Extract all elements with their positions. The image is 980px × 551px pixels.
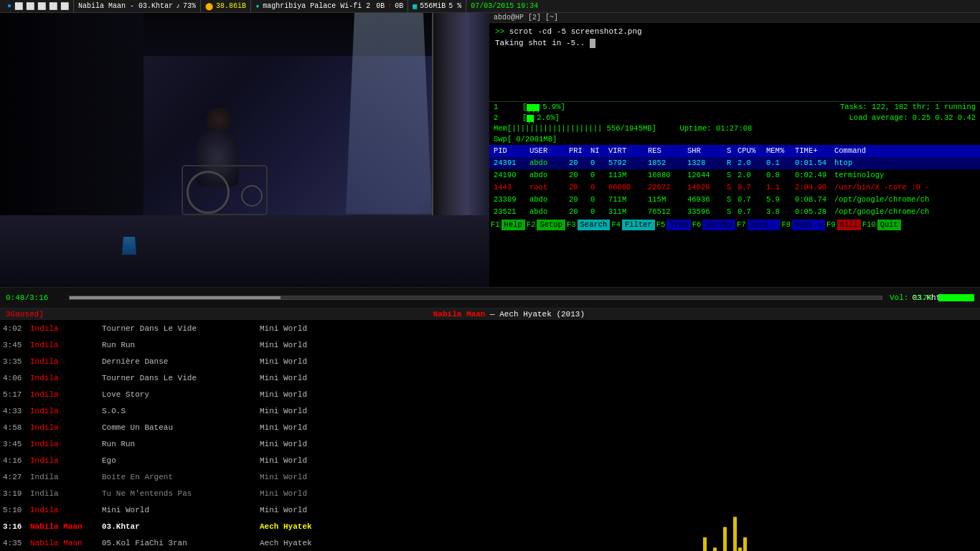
- fkey-f4[interactable]: F4Filter: [610, 220, 654, 230]
- volume-bar: [938, 294, 974, 301]
- htop-cpu1-row: 1 [ ||| 5.9%] Tasks: 122, 182 thr; 1 run…: [489, 102, 980, 113]
- col-cmd: Command: [834, 146, 976, 156]
- mem-usage: 556MiB: [420, 2, 446, 10]
- time: 19:34: [517, 2, 538, 10]
- now-playing: Nabila Maan — Aech Hyatek (2013): [44, 310, 974, 319]
- fkey-f10[interactable]: F10Quit: [861, 220, 901, 230]
- datetime-section: 07/03/2015 19:34: [466, 0, 542, 12]
- wm-icon: ●: [7, 2, 11, 10]
- term-prompt: >>: [495, 27, 509, 36]
- main-area: abdo@HP [2] [~] >> scrot -cd -5 screensh…: [0, 13, 980, 287]
- playlist-item[interactable]: 4:58 Indila Comme Un Bateau Mini World: [0, 419, 593, 435]
- col-user: USER: [529, 146, 569, 156]
- wm-app-icon: ⬜: [49, 2, 57, 11]
- htop-process-row[interactable]: 23309 abdo 20 0 711M 115M 46936 S 0.7 5.…: [489, 194, 980, 206]
- status-bar: 3Gaused] Nabila Maan — Aech Hyatek (2013…: [0, 309, 980, 320]
- htop-table-header: PID USER PRI NI VIRT RES SHR S CPU% MEM%…: [489, 145, 980, 157]
- playlist-item[interactable]: 3:19 Indila Tu Ne M'entends Pas Mini Wor…: [0, 485, 593, 501]
- np-album: Aech Hyatek (2013): [499, 310, 585, 319]
- htop-process-row[interactable]: 23521 abdo 20 0 311M 76512 33596 S 0.7 3…: [489, 206, 980, 218]
- bucket: [122, 237, 136, 255]
- np-sep: —: [490, 310, 499, 319]
- playlist-item[interactable]: 4:27 Indila Boite En Argent Mini World: [0, 468, 593, 485]
- playlist-item[interactable]: 3:35 Indila Dernière Danse Mini World: [0, 353, 593, 369]
- terminal-prompt-line: >> scrot -cd -5 screenshot2.png: [495, 26, 974, 37]
- playlist-item[interactable]: 4:35 Nabila Maan 05.Kol FiaChi 3ran Aech…: [0, 534, 593, 551]
- htop-footer: F1Help F2Setup F3Search F4Filter F5Tree …: [489, 218, 980, 232]
- video-scene: [0, 13, 489, 287]
- col-shr: SHR: [687, 146, 727, 156]
- fkey-f2[interactable]: F2Setup: [525, 220, 565, 230]
- date: 07/03/2015: [471, 2, 514, 10]
- htop-process-row[interactable]: 24391 abdo 20 0 5792 1852 1328 R 2.0 0.1…: [489, 157, 980, 169]
- volume-pct: 73%: [183, 2, 196, 10]
- np-artist: Nabila Maan: [433, 310, 486, 319]
- col-virt: VIRT: [608, 146, 648, 156]
- terminal-output[interactable]: >> scrot -cd -5 screenshot2.png Taking s…: [489, 23, 980, 102]
- fkey-f1[interactable]: F1Help: [489, 220, 525, 230]
- htop-panel: 1 [ ||| 5.9%] Tasks: 122, 182 thr; 1 run…: [489, 102, 980, 287]
- window-light: [346, 13, 432, 214]
- wm-folder-icon: ⬜: [37, 2, 46, 11]
- wifi-section: ▾ maghribiya Palace Wi-fi 2 0B ↑ 0B: [251, 0, 408, 12]
- net-down: 0B: [376, 2, 385, 10]
- htop-cpu1-label: 1: [494, 102, 522, 113]
- cpu-section: ⬤ 38.86iB: [201, 0, 251, 12]
- htop-cpu2-bar: ||: [527, 115, 534, 122]
- htop-swp-row: Swp[ 0/2001MB]: [489, 134, 980, 145]
- playlist-item[interactable]: 3:16 Nabila Maan 03.Khtar Aech Hyatek: [0, 518, 593, 534]
- htop-process-row[interactable]: 1443 root 20 0 66000 22672 14028 S 0.7 1…: [489, 182, 980, 194]
- playback-status: 3Gaused]: [6, 310, 44, 319]
- htop-mem-row: Mem[|||||||||||||||||||| 556/1945MB] Upt…: [489, 123, 980, 134]
- visualizer-canvas: [593, 320, 980, 551]
- cpu-usage: 38.86iB: [216, 2, 246, 10]
- htop-process-row[interactable]: 24190 abdo 20 0 113M 16880 12644 S 2.0 0…: [489, 169, 980, 182]
- progress-area: 0:48/3:16 03.Khtar Vol: 117%: [0, 287, 980, 309]
- fkey-f7[interactable]: F7Nice -: [735, 220, 780, 230]
- music-title: Nabila Maan - 03.Khtar: [78, 2, 173, 10]
- col-cpu: CPU%: [738, 146, 766, 156]
- volume-display: Vol: 117%: [890, 293, 974, 302]
- wifi-name: maghribiya Palace Wi-fi 2: [263, 2, 370, 10]
- playlist-item[interactable]: 5:17 Indila Love Story Mini World: [0, 386, 593, 402]
- htop-cpu1-bar: |||: [527, 104, 540, 111]
- playlist-item[interactable]: 4:16 Indila Ego Mini World: [0, 452, 593, 468]
- col-pid: PID: [494, 146, 529, 156]
- wm-code-icon: ⬜: [14, 2, 23, 11]
- progress-bar-fill: [70, 296, 281, 299]
- mem-section: ▦ 556MiB 5 %: [408, 0, 466, 12]
- wm-term-icon: ⬜: [26, 2, 34, 11]
- wheel-small: [241, 185, 263, 207]
- playlist-item[interactable]: 4:33 Indila S.O.S Mini World: [0, 402, 593, 419]
- playlist-item[interactable]: 4:02 Indila Tourner Dans Le Vide Mini Wo…: [0, 320, 593, 336]
- playlist-item[interactable]: 3:45 Indila Run Run Mini World: [0, 435, 593, 452]
- htop-cpu1-pct: 5.9%]: [542, 102, 565, 113]
- fkey-f6[interactable]: F6SortBy: [691, 220, 735, 230]
- wheel-big: [187, 171, 230, 214]
- terminal-title: abdo@HP [2] [~]: [494, 14, 558, 22]
- col-s: S: [727, 146, 738, 156]
- playlist-item[interactable]: 4:06 Indila Tourner Dans Le Vide Mini Wo…: [0, 369, 593, 386]
- term-cmd: scrot -cd -5 screenshot2.png: [509, 27, 642, 36]
- visualizer-panel: [593, 320, 980, 551]
- playlist: 4:02 Indila Tourner Dans Le Vide Mini Wo…: [0, 320, 593, 551]
- col-time: TIME+: [795, 146, 834, 156]
- htop-processes: 24391 abdo 20 0 5792 1852 1328 R 2.0 0.1…: [489, 157, 980, 218]
- fkey-f5[interactable]: F5Tree: [655, 220, 691, 230]
- progress-bar[interactable]: [69, 296, 882, 300]
- fkey-f3[interactable]: F3Search: [565, 220, 610, 230]
- fkey-f9[interactable]: F9Kill: [825, 220, 861, 230]
- mem-icon: ▦: [413, 2, 417, 11]
- playlist-container: 4:02 Indila Tourner Dans Le Vide Mini Wo…: [0, 320, 980, 551]
- col-pri: PRI: [569, 146, 590, 156]
- topbar: ● ⬜ ⬜ ⬜ ⬜ ⬜ Nabila Maan - 03.Khtar ♪ 73%…: [0, 0, 980, 13]
- playlist-item[interactable]: 5:10 Indila Mini World Mini World: [0, 501, 593, 518]
- col-mem: MEM%: [766, 146, 795, 156]
- wifi-icon: ▾: [255, 2, 260, 11]
- terminal-cursor: [590, 39, 595, 48]
- music-section: Nabila Maan - 03.Khtar ♪ 73%: [74, 0, 201, 12]
- cpu-icon: ⬤: [205, 2, 213, 11]
- fkey-f8[interactable]: F8Nice +: [780, 220, 824, 230]
- figure: [167, 115, 296, 230]
- playlist-item[interactable]: 3:45 Indila Run Run Mini World: [0, 336, 593, 353]
